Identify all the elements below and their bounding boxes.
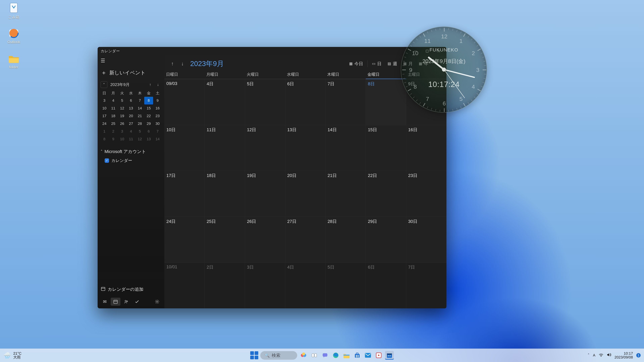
day-cell[interactable]: 3日 bbox=[245, 263, 285, 308]
mini-cal-next-button[interactable]: ↓ bbox=[155, 81, 161, 88]
mini-day[interactable]: 13 bbox=[144, 135, 153, 143]
todo-button[interactable] bbox=[132, 298, 142, 306]
accounts-toggle[interactable]: ˄ Microsoft アカウント bbox=[100, 149, 161, 155]
day-cell[interactable]: 27日 bbox=[285, 217, 326, 263]
day-cell[interactable]: 21日 bbox=[326, 171, 366, 217]
checkbox-checked-icon[interactable]: ✓ bbox=[105, 158, 109, 163]
mini-day[interactable]: 6 bbox=[144, 128, 153, 135]
desktop-icon-outlook[interactable]: Outlook bbox=[2, 27, 26, 51]
mini-cal-prev-button[interactable]: ↑ bbox=[147, 81, 154, 88]
day-cell[interactable]: 4日 bbox=[285, 263, 326, 308]
mini-day[interactable]: 5 bbox=[135, 128, 144, 135]
hamburger-button[interactable]: ☰ bbox=[98, 55, 164, 66]
tray-overflow-button[interactable]: ˄ bbox=[588, 353, 590, 358]
mini-day[interactable]: 20 bbox=[126, 112, 136, 120]
mini-cal-collapse-button[interactable]: ˄ bbox=[100, 81, 107, 88]
taskbar-weather[interactable]: 🌧️ 21°C 大雨 bbox=[3, 352, 22, 359]
mini-day[interactable]: 1 bbox=[100, 128, 109, 135]
day-cell[interactable]: 22日 bbox=[366, 171, 406, 217]
mini-day[interactable]: 11 bbox=[126, 135, 136, 143]
mini-day[interactable]: 10 bbox=[100, 104, 109, 112]
day-cell[interactable]: 09/03 bbox=[164, 79, 204, 125]
mini-day[interactable]: 17 bbox=[100, 112, 109, 120]
mini-day[interactable]: 7 bbox=[135, 97, 144, 104]
view-day-button[interactable]: ▭ 日 bbox=[369, 59, 384, 68]
mini-day[interactable]: 25 bbox=[109, 120, 118, 128]
mini-day[interactable]: 10 bbox=[118, 135, 126, 143]
day-cell[interactable]: 19日 bbox=[245, 171, 285, 217]
mini-day[interactable]: 4 bbox=[109, 97, 118, 104]
taskbar-app-store[interactable] bbox=[353, 351, 362, 360]
calendar-account-item[interactable]: ✓ カレンダー bbox=[100, 155, 161, 163]
mini-day[interactable]: 14 bbox=[135, 104, 144, 112]
day-cell[interactable]: 11日 bbox=[204, 125, 245, 171]
taskbar-app-calendar[interactable] bbox=[385, 351, 394, 360]
day-cell[interactable]: 23日 bbox=[406, 171, 446, 217]
day-cell[interactable]: 28日 bbox=[326, 217, 366, 263]
mini-day[interactable]: 30 bbox=[153, 120, 162, 128]
day-cell[interactable]: 16日 bbox=[406, 125, 446, 171]
mini-cal-month-label[interactable]: 2023年9月 bbox=[108, 82, 146, 87]
day-cell[interactable]: 30日 bbox=[406, 217, 446, 263]
day-cell[interactable]: 29日 bbox=[366, 217, 406, 263]
taskbar-app-taskview[interactable] bbox=[310, 351, 319, 360]
day-cell[interactable]: 14日 bbox=[326, 125, 366, 171]
day-cell[interactable]: 6日 bbox=[285, 79, 326, 125]
mini-day[interactable]: 22 bbox=[144, 112, 153, 120]
mini-day[interactable]: 14 bbox=[153, 135, 162, 143]
day-cell[interactable]: 8日 bbox=[366, 79, 406, 125]
taskbar-app-explorer[interactable] bbox=[342, 351, 351, 360]
mini-day[interactable]: 8 bbox=[144, 97, 153, 104]
taskbar-search[interactable]: 🔍 検索 bbox=[260, 351, 297, 360]
mini-day[interactable]: 2 bbox=[109, 128, 118, 135]
window-titlebar[interactable]: カレンダー bbox=[98, 47, 446, 55]
tray-notifications-badge[interactable]: 1 bbox=[636, 353, 641, 358]
mini-day[interactable]: 12 bbox=[118, 104, 126, 112]
day-cell[interactable]: 5日 bbox=[245, 79, 285, 125]
day-cell[interactable]: 13日 bbox=[285, 125, 326, 171]
day-cell[interactable]: 26日 bbox=[245, 217, 285, 263]
mail-button[interactable]: ✉ bbox=[100, 298, 110, 306]
tray-ime[interactable]: A bbox=[593, 353, 595, 358]
day-cell[interactable]: 18日 bbox=[204, 171, 245, 217]
mini-day[interactable]: 29 bbox=[144, 120, 153, 128]
view-week-button[interactable]: ▤ 週 bbox=[384, 59, 400, 68]
people-button[interactable] bbox=[122, 298, 131, 306]
mini-day[interactable]: 26 bbox=[118, 120, 126, 128]
add-calendar-button[interactable]: カレンダーの追加 bbox=[98, 283, 164, 296]
day-cell[interactable]: 5日 bbox=[326, 263, 366, 308]
mini-day[interactable]: 16 bbox=[153, 104, 162, 112]
new-event-button[interactable]: ＋ 新しいイベント bbox=[98, 66, 164, 80]
start-button[interactable] bbox=[250, 351, 258, 359]
settings-button[interactable] bbox=[152, 298, 162, 306]
day-cell[interactable]: 7日 bbox=[326, 79, 366, 125]
day-cell[interactable]: 17日 bbox=[164, 171, 204, 217]
tray-volume-icon[interactable] bbox=[607, 353, 611, 358]
day-cell[interactable]: 24日 bbox=[164, 217, 204, 263]
mini-day[interactable]: 9 bbox=[153, 97, 162, 104]
day-cell[interactable]: 25日 bbox=[204, 217, 245, 263]
mini-day[interactable]: 24 bbox=[100, 120, 109, 128]
mini-day[interactable]: 4 bbox=[126, 128, 136, 135]
day-cell[interactable]: 20日 bbox=[285, 171, 326, 217]
taskbar-app-chat[interactable] bbox=[321, 351, 330, 360]
desktop-icon-recycle-bin[interactable]: ごみ箱 bbox=[2, 2, 26, 25]
mini-day[interactable]: 21 bbox=[135, 112, 144, 120]
calendar-button[interactable] bbox=[111, 298, 120, 306]
mini-day[interactable]: 3 bbox=[100, 97, 109, 104]
mini-day[interactable]: 27 bbox=[126, 120, 136, 128]
next-month-button[interactable]: ↓ bbox=[178, 59, 187, 68]
day-cell[interactable]: 15日 bbox=[366, 125, 406, 171]
view-today-button[interactable]: ▦ 今日 bbox=[346, 59, 366, 68]
mini-day[interactable]: 18 bbox=[109, 112, 118, 120]
mini-day[interactable]: 12 bbox=[135, 135, 144, 143]
day-cell[interactable]: 6日 bbox=[366, 263, 406, 308]
day-cell[interactable]: 4日 bbox=[204, 79, 245, 125]
mini-day[interactable]: 7 bbox=[153, 128, 162, 135]
mini-day[interactable]: 11 bbox=[109, 104, 118, 112]
day-cell[interactable]: 2日 bbox=[204, 263, 245, 308]
mini-day[interactable]: 19 bbox=[118, 112, 126, 120]
prev-month-button[interactable]: ↑ bbox=[168, 59, 177, 68]
taskbar-app-mail[interactable] bbox=[364, 351, 372, 360]
mini-day[interactable]: 23 bbox=[153, 112, 162, 120]
